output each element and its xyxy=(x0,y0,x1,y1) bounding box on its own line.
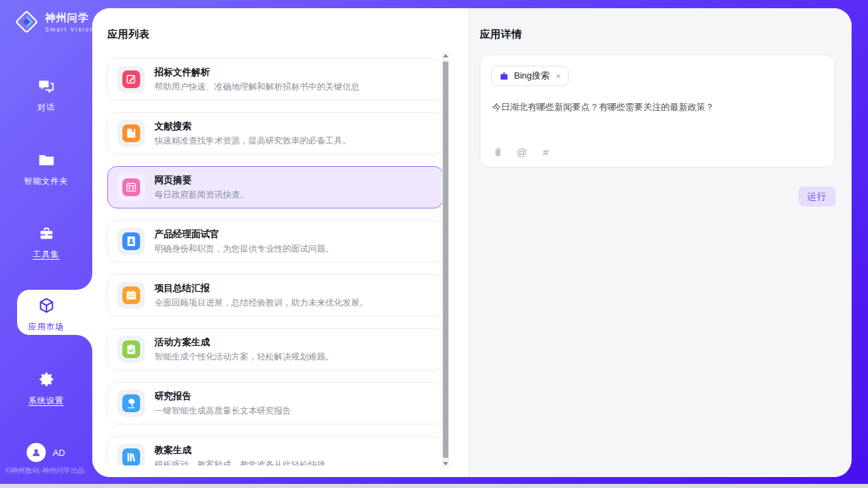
app-card-desc: 每日政府新闻资讯快查。 xyxy=(154,189,249,201)
toolbox-icon xyxy=(38,224,55,242)
sidebar-item-label: 系统设置 xyxy=(0,395,92,407)
app-card-desc: 智能生成个性化活动方案，轻松解决规划难题。 xyxy=(154,351,334,363)
app-card-title: 产品经理面试官 xyxy=(154,228,334,241)
app-card-desc: 一键智能生成高质量长文本研究报告 xyxy=(154,405,291,417)
brand-logo-icon xyxy=(14,9,40,35)
app-card-desc: 全面回顾项目进展，总结经验教训，助力未来优化发展。 xyxy=(154,297,368,309)
scrollbar-thumb[interactable] xyxy=(443,62,448,458)
app-card-title: 网页摘要 xyxy=(154,174,249,187)
app-card-title: 文献搜索 xyxy=(154,120,351,133)
app-detail-title: 应用详情 xyxy=(480,28,522,41)
app-card-title: 研究报告 xyxy=(154,390,291,403)
person-icon xyxy=(31,447,42,458)
brand-name: 神州问学 xyxy=(45,12,94,25)
clipboard-icon xyxy=(122,340,140,358)
app-card[interactable]: 研究报告一键智能生成高质量长文本研究报告 xyxy=(107,382,444,424)
app-icon-frame xyxy=(118,336,145,363)
sidebar-item-app-market[interactable]: 应用市场 xyxy=(0,297,92,333)
sidebar-item-settings[interactable]: 系统设置 xyxy=(0,370,92,407)
app-icon-frame xyxy=(118,120,145,147)
scrollbar[interactable] xyxy=(442,52,449,467)
tool-tag[interactable]: Bing搜索 × xyxy=(491,66,569,86)
sidebar-item-smart-folders[interactable]: 智能文件夹 xyxy=(0,151,92,187)
sidebar-item-label: 对话 xyxy=(0,102,92,113)
app-icon-frame xyxy=(118,66,145,93)
app-card[interactable]: 文献搜索快速精准查找学术资源，提高研究效率的必备工具。 xyxy=(107,112,444,154)
app-card-title: 教案生成 xyxy=(154,444,325,457)
calendar-icon xyxy=(122,286,140,304)
app-window: 神州问学 Smart Vision 对话智能文件夹工具集应用市场系统设置 AD … xyxy=(0,0,868,488)
webpage-icon xyxy=(122,178,140,196)
tool-tag-label: Bing搜索 xyxy=(514,70,550,82)
folder-icon xyxy=(38,151,55,169)
tab-top-connector xyxy=(76,273,92,290)
app-card-title: 活动方案生成 xyxy=(154,336,334,349)
app-card[interactable]: 教案生成模板驱动，教案秒成，教学准备从此轻松快捷 xyxy=(107,436,444,465)
sidebar-footer: ©神州数码·神州问学出品 xyxy=(5,466,108,476)
cube-icon xyxy=(38,297,55,314)
detail-card: Bing搜索 × 今日湖北有哪些新闻要点？有哪些需要关注的最新政策？ @ # xyxy=(480,55,835,167)
app-card-title: 招标文件解析 xyxy=(154,66,360,79)
briefcase-icon xyxy=(499,71,509,81)
app-icon-frame xyxy=(118,282,145,309)
scrollbar-up-arrow[interactable] xyxy=(443,54,448,57)
brand-logo: 神州问学 Smart Vision xyxy=(14,9,94,35)
app-card-desc: 模板驱动，教案秒成，教学准备从此轻松快捷 xyxy=(154,459,325,466)
app-icon-frame xyxy=(118,228,145,255)
brand-subtitle: Smart Vision xyxy=(45,26,94,33)
sidebar-item-label: 应用市场 xyxy=(0,321,92,333)
scrollbar-down-arrow[interactable] xyxy=(443,462,448,465)
input-toolbar: @ # xyxy=(492,146,552,158)
close-icon[interactable]: × xyxy=(556,72,561,81)
content-area: 应用列表 招标文件解析帮助用户快速、准确地理解和解析招标书中的关键信息文献搜索快… xyxy=(92,8,852,477)
app-card[interactable]: 活动方案生成智能生成个性化活动方案，轻松解决规划难题。 xyxy=(107,328,444,370)
sidebar-item-toolkit[interactable]: 工具集 xyxy=(0,224,92,260)
hash-icon[interactable]: # xyxy=(540,146,552,158)
app-card-desc: 明确身份和职责，为您提供专业性的面试问题。 xyxy=(154,243,334,255)
sidebar-item-chat[interactable]: 对话 xyxy=(0,77,92,113)
sidebar-item-label: 工具集 xyxy=(0,249,92,260)
sidebar-item-label: 智能文件夹 xyxy=(0,176,92,187)
app-card[interactable]: 招标文件解析帮助用户快速、准确地理解和解析招标书中的关键信息 xyxy=(107,58,444,100)
app-list-panel: 应用列表 招标文件解析帮助用户快速、准确地理解和解析招标书中的关键信息文献搜索快… xyxy=(92,8,467,477)
app-card[interactable]: 项目总结汇报全面回顾项目进展，总结经验教训，助力未来优化发展。 xyxy=(107,274,444,316)
app-detail-panel: 应用详情 Bing搜索 × 今日湖北有哪些新闻要点？有哪些需要关注的最新政策？ … xyxy=(467,8,852,477)
attachment-icon[interactable] xyxy=(492,146,504,158)
book-icon xyxy=(122,124,140,142)
books-icon xyxy=(122,448,140,465)
run-button[interactable]: 运行 xyxy=(798,187,836,206)
mention-icon[interactable]: @ xyxy=(516,146,528,158)
gear-icon xyxy=(38,370,55,388)
purple-frame: 神州问学 Smart Vision 对话智能文件夹工具集应用市场系统设置 AD … xyxy=(0,0,868,484)
app-card-desc: 快速精准查找学术资源，提高研究效率的必备工具。 xyxy=(154,135,351,147)
user-initials: AD xyxy=(53,448,65,458)
app-card-title: 项目总结汇报 xyxy=(154,282,368,295)
tab-bottom-connector xyxy=(76,335,92,351)
app-icon-frame xyxy=(118,390,145,417)
research-icon xyxy=(122,394,140,412)
app-card-desc: 帮助用户快速、准确地理解和解析招标书中的关键信息 xyxy=(154,81,360,93)
app-list: 招标文件解析帮助用户快速、准确地理解和解析招标书中的关键信息文献搜索快速精准查找… xyxy=(107,49,444,465)
chat-icon xyxy=(38,77,55,95)
query-text[interactable]: 今日湖北有哪些新闻要点？有哪些需要关注的最新政策？ xyxy=(492,100,824,114)
app-card[interactable]: 产品经理面试官明确身份和职责，为您提供专业性的面试问题。 xyxy=(107,220,444,262)
edit-icon xyxy=(122,70,140,88)
app-card[interactable]: 网页摘要每日政府新闻资讯快查。 xyxy=(107,166,444,208)
app-list-title: 应用列表 xyxy=(107,28,150,41)
app-icon-frame xyxy=(118,174,145,201)
avatar[interactable] xyxy=(27,443,46,462)
interview-icon xyxy=(122,232,140,250)
app-icon-frame xyxy=(118,444,145,465)
